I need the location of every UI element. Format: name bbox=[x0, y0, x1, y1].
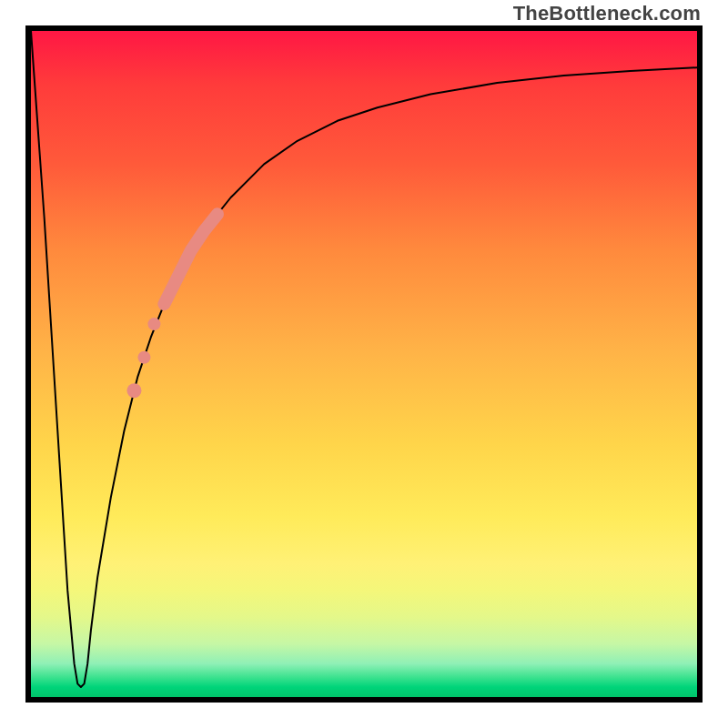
overlay-highlight-band bbox=[164, 214, 217, 304]
watermark-text: TheBottleneck.com bbox=[513, 2, 701, 25]
plot-canvas bbox=[31, 31, 697, 697]
overlay-highlight-dot-2 bbox=[137, 351, 150, 364]
curve-layer bbox=[31, 31, 697, 687]
series-bottleneck-curve bbox=[31, 31, 697, 687]
chart-container: TheBottleneck.com bbox=[0, 0, 728, 728]
plot-frame bbox=[25, 25, 703, 703]
overlay-highlight-dot-3 bbox=[126, 383, 141, 398]
overlay-highlight-dot-1 bbox=[147, 318, 160, 330]
